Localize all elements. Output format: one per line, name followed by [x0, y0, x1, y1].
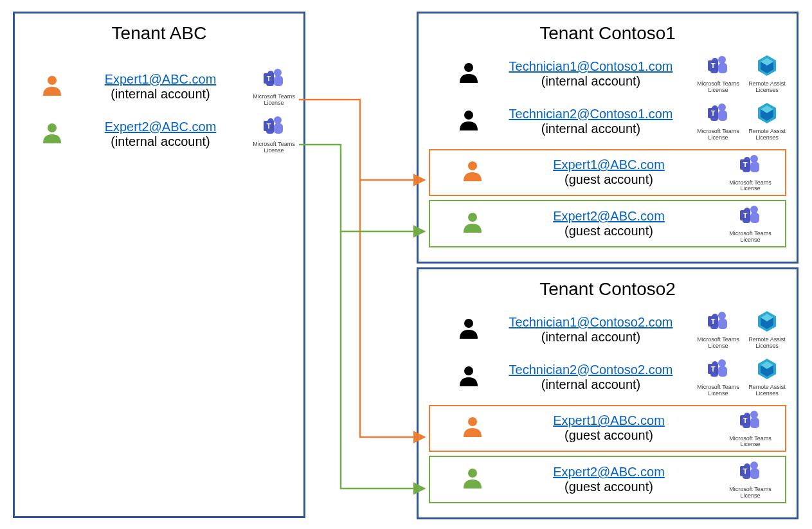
remote-assist-license: Remote Assist Licenses: [745, 310, 789, 350]
teams-license-label: Microsoft Teams License: [696, 384, 740, 397]
teams-icon: [739, 409, 762, 435]
teams-icon: [262, 114, 285, 140]
contoso1-tech1-email[interactable]: Technician1@Contoso1.com: [509, 59, 673, 74]
remote-assist-license: Remote Assist Licenses: [745, 54, 789, 94]
teams-license: Microsoft Teams License: [728, 460, 772, 499]
teams-license-label: Microsoft Teams License: [728, 436, 772, 449]
teams-license-label: Microsoft Teams License: [252, 94, 296, 107]
teams-license: Microsoft Teams License: [728, 153, 772, 193]
contoso2-guest1-email[interactable]: Expert1@ABC.com: [553, 413, 665, 428]
remote-assist-icon: [755, 102, 779, 127]
teams-license: Microsoft Teams License: [728, 204, 772, 244]
account-type-label: (guest account): [564, 224, 653, 238]
ra-license-label: Remote Assist Licenses: [745, 129, 789, 141]
license-group: Microsoft Teams License: [728, 409, 772, 449]
ra-license-label: Remote Assist Licenses: [745, 337, 789, 350]
person-icon: [457, 317, 480, 343]
teams-license: Microsoft Teams License: [696, 54, 740, 94]
account-type-label: (guest account): [564, 428, 653, 443]
abc-user-row-2: Expert2@ABC.com (internal account) Micro…: [15, 111, 303, 158]
remote-assist-icon: [755, 54, 779, 80]
remote-assist-icon: [755, 357, 779, 383]
account-type-label: (internal account): [541, 121, 641, 136]
teams-icon: [262, 67, 285, 93]
teams-icon: [707, 54, 730, 80]
contoso2-tech1-email[interactable]: Technician1@Contoso2.com: [509, 315, 673, 330]
account-type-label: (internal account): [111, 87, 210, 102]
contoso1-guest2-email[interactable]: Expert2@ABC.com: [553, 209, 665, 224]
contoso1-user-row-1: Technician1@Contoso1.com (internal accou…: [419, 50, 797, 98]
arrow-expert1-to-contoso1: [299, 100, 424, 180]
remote-assist-license: Remote Assist Licenses: [745, 102, 789, 141]
contoso1-guest-box-2: Expert2@ABC.com (guest account) Microsof…: [429, 200, 786, 247]
contoso2-tech2-email[interactable]: Technician2@Contoso2.com: [509, 363, 673, 377]
ra-license-label: Remote Assist Licenses: [745, 384, 789, 397]
tenant-abc-box: Tenant ABC Expert1@ABC.com (internal acc…: [13, 12, 305, 518]
teams-license-label: Microsoft Teams License: [728, 180, 772, 193]
license-group: Microsoft Teams License: [252, 67, 296, 107]
teams-license-label: Microsoft Teams License: [728, 487, 772, 499]
account-type-label: (internal account): [541, 377, 641, 392]
contoso2-user-row-2: Technician2@Contoso2.com (internal accou…: [419, 354, 797, 401]
license-group: Microsoft Teams License: [252, 114, 296, 154]
teams-license-label: Microsoft Teams License: [252, 141, 296, 154]
contoso1-guest1-email[interactable]: Expert1@ABC.com: [553, 157, 665, 172]
account-type-label: (guest account): [564, 172, 653, 187]
teams-license: Microsoft Teams License: [728, 409, 772, 449]
tenant-contoso2-title: Tenant Contoso2: [419, 279, 797, 300]
arrow-expert2-to-contoso1: [299, 145, 424, 231]
teams-license: Microsoft Teams License: [696, 357, 740, 397]
arrow-expert1-to-contoso2: [360, 180, 424, 437]
contoso2-guest-box-2: Expert2@ABC.com (guest account) Microsof…: [429, 456, 786, 503]
tenant-abc-title: Tenant ABC: [15, 23, 303, 44]
contoso2-user-row-1: Technician1@Contoso2.com (internal accou…: [419, 306, 797, 354]
person-icon: [461, 467, 484, 492]
person-icon: [461, 211, 484, 237]
remote-assist-icon: [755, 310, 779, 336]
teams-license: Microsoft Teams License: [696, 102, 740, 141]
license-group: Microsoft Teams License: [728, 460, 772, 499]
arrow-expert2-to-contoso2: [341, 231, 424, 489]
teams-icon: [707, 310, 730, 336]
contoso1-tech2-email[interactable]: Technician2@Contoso1.com: [509, 107, 673, 121]
teams-icon: [739, 460, 762, 485]
contoso2-guest-box-1: Expert1@ABC.com (guest account) Microsof…: [429, 405, 786, 453]
teams-license: Microsoft Teams License: [252, 67, 296, 107]
person-icon: [457, 61, 480, 87]
teams-license-label: Microsoft Teams License: [696, 129, 740, 141]
account-type-label: (internal account): [111, 134, 210, 149]
teams-icon: [739, 153, 762, 179]
contoso2-guest2-email[interactable]: Expert2@ABC.com: [553, 465, 665, 480]
teams-icon: [707, 357, 730, 383]
tenant-contoso1-title: Tenant Contoso1: [419, 23, 797, 44]
account-type-label: (guest account): [564, 480, 653, 494]
person-icon: [461, 159, 484, 185]
teams-license-label: Microsoft Teams License: [696, 337, 740, 350]
account-type-label: (internal account): [541, 330, 641, 345]
license-group: Microsoft Teams License Remote Assist Li…: [696, 54, 789, 94]
teams-license-label: Microsoft Teams License: [728, 231, 772, 244]
abc-expert2-email[interactable]: Expert2@ABC.com: [105, 120, 217, 134]
teams-license-label: Microsoft Teams License: [696, 81, 740, 94]
tenant-contoso2-box: Tenant Contoso2 Technician1@Contoso2.com…: [417, 267, 798, 519]
person-icon: [41, 121, 64, 147]
license-group: Microsoft Teams License Remote Assist Li…: [696, 102, 789, 141]
remote-assist-license: Remote Assist Licenses: [745, 357, 789, 397]
account-type-label: (internal account): [541, 74, 641, 89]
person-icon: [461, 415, 484, 441]
teams-icon: [707, 102, 730, 127]
license-group: Microsoft Teams License Remote Assist Li…: [696, 310, 789, 350]
person-icon: [41, 74, 64, 100]
ra-license-label: Remote Assist Licenses: [745, 81, 789, 94]
person-icon: [457, 364, 480, 390]
license-group: Microsoft Teams License: [728, 153, 772, 193]
license-group: Microsoft Teams License Remote Assist Li…: [696, 357, 789, 397]
license-group: Microsoft Teams License: [728, 204, 772, 244]
teams-license: Microsoft Teams License: [696, 310, 740, 350]
abc-user-row-1: Expert1@ABC.com (internal account) Micro…: [15, 63, 303, 111]
tenant-contoso1-box: Tenant Contoso1 Technician1@Contoso1.com…: [417, 12, 798, 264]
abc-expert1-email[interactable]: Expert1@ABC.com: [105, 72, 217, 87]
teams-icon: [739, 204, 762, 229]
teams-license: Microsoft Teams License: [252, 114, 296, 154]
person-icon: [457, 109, 480, 134]
